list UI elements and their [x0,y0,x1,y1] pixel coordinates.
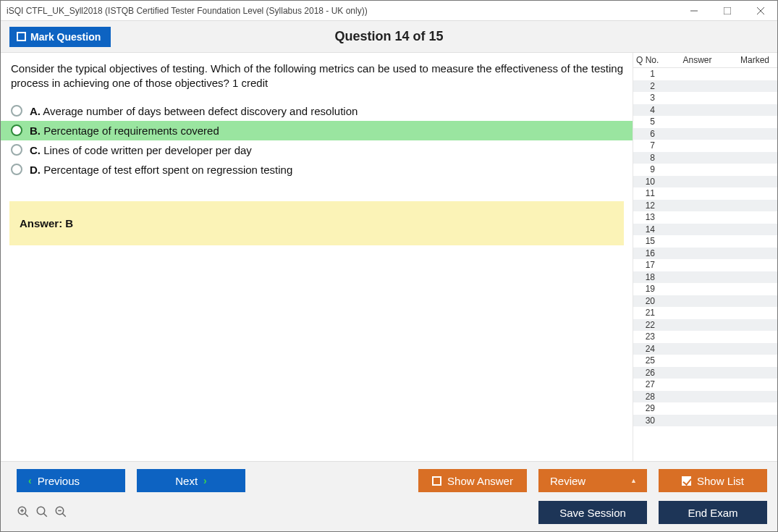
answer-box: Answer: B [9,201,624,245]
qlist-row[interactable]: 21 [633,307,777,319]
zoom-in-icon[interactable] [17,505,30,520]
checkbox-icon [17,32,26,41]
qlist-header-marked: Marked [732,53,777,67]
question-text: Consider the typical objectives of testi… [1,59,633,101]
qlist-qno: 27 [633,379,662,389]
qlist-body[interactable]: 1234567891011121314151617181920212223242… [633,68,777,461]
qlist-row[interactable]: 17 [633,259,777,271]
qlist-row[interactable]: 2 [633,80,777,93]
qlist-row[interactable]: 22 [633,319,777,332]
qlist-qno: 22 [633,320,662,330]
qlist-header-answer: Answer [662,53,732,67]
window-title: iSQI CTFL_UK_Syll2018 (ISTQB Certified T… [7,6,368,16]
zoom-out-icon[interactable] [54,505,67,520]
show-answer-label: Show Answer [447,475,513,487]
header-bar: Mark Question Question 14 of 15 [1,21,777,53]
qlist-qno: 10 [633,177,662,187]
qlist-qno: 3 [633,93,662,103]
qlist-qno: 7 [633,140,662,151]
mark-question-label: Mark Question [30,31,101,43]
qlist-row[interactable]: 25 [633,355,777,367]
maximize-button[interactable] [711,1,744,21]
previous-button[interactable]: ‹ Previous [17,469,125,492]
qlist-qno: 30 [633,415,662,426]
qlist-row[interactable]: 6 [633,128,777,140]
qlist-header: Q No. Answer Marked [633,53,777,68]
qlist-row[interactable]: 7 [633,140,777,152]
qlist-qno: 14 [633,224,662,235]
qlist-qno: 23 [633,332,662,342]
next-button[interactable]: Next › [137,469,245,492]
answer-option-label: B. Percentage of requirements covered [30,124,219,137]
answer-option-label: D. Percentage of test effort spent on re… [30,164,292,176]
answer-option-label: C. Lines of code written per developer p… [30,144,252,156]
qlist-qno: 20 [633,296,662,306]
show-answer-button[interactable]: Show Answer [418,469,527,492]
qlist-qno: 28 [633,392,662,402]
answer-option[interactable]: A. Average number of days between defect… [1,101,633,121]
question-list-sidebar: Q No. Answer Marked 12345678910111213141… [633,53,777,461]
qlist-qno: 21 [633,308,662,318]
save-session-button[interactable]: Save Session [538,501,647,524]
qlist-row[interactable]: 3 [633,92,777,104]
answer-option-label: A. Average number of days between defect… [30,105,358,117]
qlist-row[interactable]: 14 [633,224,777,236]
qlist-row[interactable]: 18 [633,271,777,284]
qlist-qno: 5 [633,117,662,127]
qlist-row[interactable]: 5 [633,116,777,128]
qlist-row[interactable]: 19 [633,283,777,295]
question-counter: Question 14 of 15 [1,29,777,44]
qlist-qno: 9 [633,164,662,174]
answer-option[interactable]: C. Lines of code written per developer p… [1,140,633,160]
qlist-qno: 24 [633,344,662,354]
answer-option[interactable]: D. Percentage of test effort spent on re… [1,160,633,180]
svg-line-9 [43,513,47,517]
qlist-row[interactable]: 10 [633,176,777,188]
qlist-row[interactable]: 4 [633,104,777,117]
qlist-qno: 26 [633,368,662,378]
show-list-button[interactable]: Show List [659,469,767,492]
dropdown-arrow-icon: ▲ [630,477,637,484]
qlist-row[interactable]: 13 [633,211,777,224]
qlist-row[interactable]: 28 [633,391,777,403]
svg-line-5 [25,513,28,517]
qlist-qno: 4 [633,105,662,115]
qlist-header-qno: Q No. [633,53,662,67]
qlist-row[interactable]: 26 [633,367,777,379]
review-button[interactable]: Review ▲ [538,469,647,492]
checkbox-checked-icon [682,476,691,486]
close-button[interactable] [744,1,777,21]
checkbox-icon [432,476,441,486]
qlist-row[interactable]: 1 [633,68,777,80]
zoom-reset-icon[interactable] [35,505,48,520]
qlist-row[interactable]: 16 [633,248,777,260]
qlist-row[interactable]: 23 [633,331,777,343]
qlist-row[interactable]: 8 [633,152,777,164]
previous-label: Previous [38,475,80,487]
end-exam-button[interactable]: End Exam [659,501,767,524]
qlist-qno: 8 [633,153,662,163]
minimize-button[interactable] [677,1,711,21]
qlist-qno: 16 [633,248,662,258]
mark-question-button[interactable]: Mark Question [9,27,111,47]
save-session-label: Save Session [559,507,626,519]
titlebar: iSQI CTFL_UK_Syll2018 (ISTQB Certified T… [1,1,777,21]
qlist-qno: 15 [633,236,662,246]
show-list-label: Show List [697,475,744,487]
qlist-row[interactable]: 29 [633,402,777,415]
qlist-row[interactable]: 11 [633,187,777,200]
qlist-row[interactable]: 9 [633,164,777,176]
qlist-row[interactable]: 20 [633,295,777,308]
chevron-left-icon: ‹ [28,475,32,486]
qlist-row[interactable]: 15 [633,235,777,248]
svg-point-8 [37,507,45,515]
qlist-row[interactable]: 24 [633,343,777,355]
qlist-row[interactable]: 27 [633,379,777,391]
review-label: Review [550,475,585,487]
qlist-row[interactable]: 12 [633,200,777,212]
radio-icon [11,105,22,117]
radio-icon [11,124,22,136]
qlist-row[interactable]: 30 [633,415,777,427]
chevron-right-icon: › [203,475,207,486]
answer-option[interactable]: B. Percentage of requirements covered [1,121,633,140]
